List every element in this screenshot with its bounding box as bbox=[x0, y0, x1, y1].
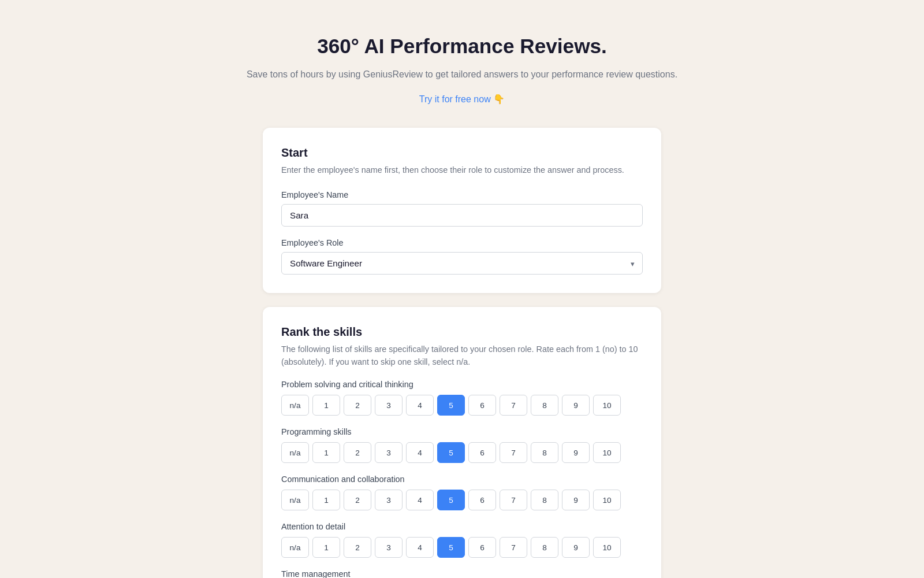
time-management-label: Time management bbox=[281, 569, 643, 578]
rating-btn-attention-to-detail-1[interactable]: 1 bbox=[312, 537, 340, 558]
rating-btn-attention-to-detail-6[interactable]: 6 bbox=[468, 537, 496, 558]
rating-btn-problem-solving-7[interactable]: 7 bbox=[500, 395, 527, 416]
rating-btn-programming-2[interactable]: 2 bbox=[344, 442, 371, 463]
rating-btn-attention-to-detail-9[interactable]: 9 bbox=[562, 537, 590, 558]
rating-group-programming: n/a12345678910 bbox=[281, 442, 643, 463]
rating-btn-programming-5[interactable]: 5 bbox=[437, 442, 465, 463]
rating-btn-communication-9[interactable]: 9 bbox=[562, 490, 590, 510]
rating-btn-communication-2[interactable]: 2 bbox=[344, 490, 371, 510]
rating-btn-communication-1[interactable]: 1 bbox=[312, 490, 340, 510]
rating-btn-communication-10[interactable]: 10 bbox=[593, 490, 621, 510]
rating-btn-attention-to-detail-2[interactable]: 2 bbox=[344, 537, 371, 558]
rating-btn-problem-solving-2[interactable]: 2 bbox=[344, 395, 371, 416]
rating-btn-programming-7[interactable]: 7 bbox=[500, 442, 527, 463]
skill-label-attention-to-detail: Attention to detail bbox=[281, 522, 643, 531]
rating-btn-attention-to-detail-7[interactable]: 7 bbox=[500, 537, 527, 558]
skills-card-title: Rank the skills bbox=[281, 325, 643, 339]
hero-cta-link[interactable]: Try it for free now 👇 bbox=[419, 94, 505, 104]
rating-btn-communication-3[interactable]: 3 bbox=[375, 490, 403, 510]
skill-label-communication: Communication and collaboration bbox=[281, 475, 643, 484]
rating-btn-attention-to-detail-8[interactable]: 8 bbox=[531, 537, 558, 558]
skills-card-description: The following list of skills are specifi… bbox=[281, 343, 643, 368]
rating-btn-communication-n/a[interactable]: n/a bbox=[281, 490, 309, 510]
rating-btn-attention-to-detail-10[interactable]: 10 bbox=[593, 537, 621, 558]
hero-subtitle: Save tons of hours by using GeniusReview… bbox=[247, 67, 677, 82]
employee-role-select[interactable]: Software EngineerProduct ManagerDesigner… bbox=[281, 252, 643, 275]
rating-btn-communication-8[interactable]: 8 bbox=[531, 490, 558, 510]
rating-btn-attention-to-detail-4[interactable]: 4 bbox=[406, 537, 434, 558]
skill-row-communication: Communication and collaborationn/a123456… bbox=[281, 475, 643, 510]
skills-container: Problem solving and critical thinkingn/a… bbox=[281, 380, 643, 558]
rating-btn-problem-solving-1[interactable]: 1 bbox=[312, 395, 340, 416]
rating-btn-problem-solving-9[interactable]: 9 bbox=[562, 395, 590, 416]
rating-btn-problem-solving-8[interactable]: 8 bbox=[531, 395, 558, 416]
rating-group-problem-solving: n/a12345678910 bbox=[281, 395, 643, 416]
rating-group-attention-to-detail: n/a12345678910 bbox=[281, 537, 643, 558]
rating-btn-programming-1[interactable]: 1 bbox=[312, 442, 340, 463]
rating-btn-problem-solving-4[interactable]: 4 bbox=[406, 395, 434, 416]
role-select-wrapper: Software EngineerProduct ManagerDesigner… bbox=[281, 252, 643, 275]
rating-btn-problem-solving-n/a[interactable]: n/a bbox=[281, 395, 309, 416]
rating-btn-problem-solving-6[interactable]: 6 bbox=[468, 395, 496, 416]
rating-btn-programming-6[interactable]: 6 bbox=[468, 442, 496, 463]
role-label: Employee's Role bbox=[281, 238, 643, 247]
rating-btn-attention-to-detail-n/a[interactable]: n/a bbox=[281, 537, 309, 558]
rating-btn-problem-solving-5[interactable]: 5 bbox=[437, 395, 465, 416]
skill-label-problem-solving: Problem solving and critical thinking bbox=[281, 380, 643, 389]
hero-section: 360° AI Performance Reviews. Save tons o… bbox=[247, 35, 677, 105]
rating-btn-problem-solving-10[interactable]: 10 bbox=[593, 395, 621, 416]
rating-btn-communication-6[interactable]: 6 bbox=[468, 490, 496, 510]
skill-row-problem-solving: Problem solving and critical thinkingn/a… bbox=[281, 380, 643, 416]
rating-btn-communication-4[interactable]: 4 bbox=[406, 490, 434, 510]
rating-btn-programming-4[interactable]: 4 bbox=[406, 442, 434, 463]
name-label: Employee's Name bbox=[281, 190, 643, 199]
rating-group-communication: n/a12345678910 bbox=[281, 490, 643, 510]
skill-row-attention-to-detail: Attention to detailn/a12345678910 bbox=[281, 522, 643, 558]
rating-btn-programming-3[interactable]: 3 bbox=[375, 442, 403, 463]
hero-title: 360° AI Performance Reviews. bbox=[247, 35, 677, 58]
skills-card: Rank the skills The following list of sk… bbox=[263, 307, 661, 578]
rating-btn-attention-to-detail-3[interactable]: 3 bbox=[375, 537, 403, 558]
rating-btn-communication-7[interactable]: 7 bbox=[500, 490, 527, 510]
rating-btn-programming-n/a[interactable]: n/a bbox=[281, 442, 309, 463]
rating-btn-problem-solving-3[interactable]: 3 bbox=[375, 395, 403, 416]
start-card: Start Enter the employee's name first, t… bbox=[263, 128, 661, 294]
start-card-title: Start bbox=[281, 146, 643, 160]
skill-row-programming: Programming skillsn/a12345678910 bbox=[281, 427, 643, 463]
rating-btn-communication-5[interactable]: 5 bbox=[437, 490, 465, 510]
start-card-description: Enter the employee's name first, then ch… bbox=[281, 164, 643, 177]
rating-btn-programming-10[interactable]: 10 bbox=[593, 442, 621, 463]
employee-name-input[interactable] bbox=[281, 204, 643, 227]
rating-btn-programming-9[interactable]: 9 bbox=[562, 442, 590, 463]
rating-btn-programming-8[interactable]: 8 bbox=[531, 442, 558, 463]
time-management-row: Time management bbox=[281, 569, 643, 578]
skill-label-programming: Programming skills bbox=[281, 427, 643, 436]
rating-btn-attention-to-detail-5[interactable]: 5 bbox=[437, 537, 465, 558]
